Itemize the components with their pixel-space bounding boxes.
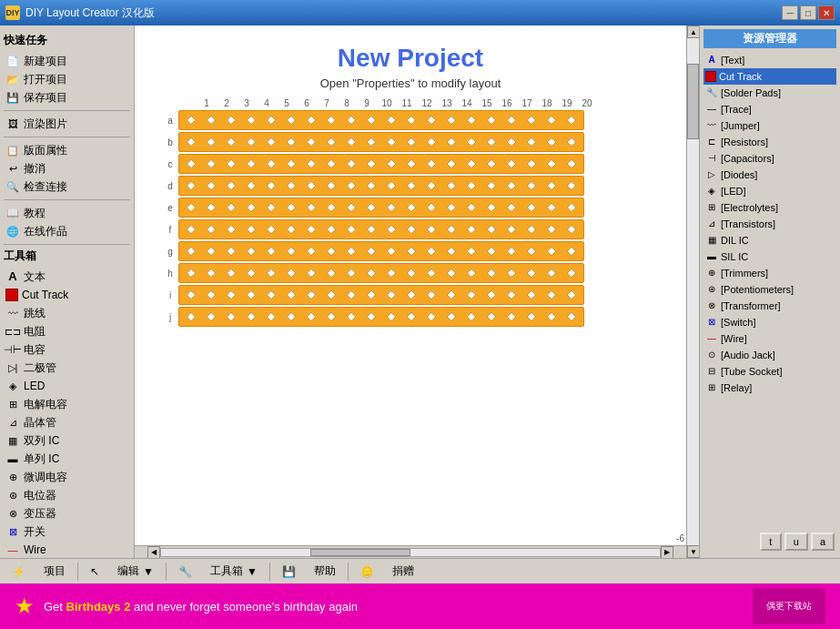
sidebar-item-diode[interactable]: ▷| 二极管 [4,359,130,377]
hole-g10[interactable] [361,243,381,259]
sidebar-item-wire[interactable]: — Wire [4,541,130,558]
hole-i18[interactable] [521,287,541,303]
hole-a4[interactable] [241,112,261,128]
close-button[interactable]: ✕ [818,5,835,20]
hole-i14[interactable] [441,287,461,303]
hole-f20[interactable] [562,221,582,238]
resource-item-diodes[interactable]: ▷ [Diodes] [703,167,836,183]
sidebar-item-switch[interactable]: ⊠ 开关 [4,522,130,541]
hole-a19[interactable] [541,112,562,128]
hole-j3[interactable] [221,309,241,325]
hole-j17[interactable] [501,309,521,325]
hole-a3[interactable] [221,112,241,128]
hole-e1[interactable] [181,199,201,216]
hole-j11[interactable] [381,309,401,325]
hole-j16[interactable] [481,309,501,325]
hole-i12[interactable] [401,287,421,303]
hole-j8[interactable] [321,309,341,325]
hole-g6[interactable] [281,243,301,259]
hole-b7[interactable] [301,134,321,150]
hole-b15[interactable] [461,134,481,150]
hole-c5[interactable] [261,156,281,172]
hole-g12[interactable] [401,243,421,259]
hole-c16[interactable] [481,156,501,172]
hole-i19[interactable] [541,287,562,303]
hole-j13[interactable] [421,309,441,325]
h-scroll-thumb[interactable] [310,549,410,556]
hole-a14[interactable] [441,112,461,128]
resource-item-led[interactable]: ◈ [LED] [703,183,836,199]
hole-b14[interactable] [441,134,461,150]
sidebar-item-electrolytic[interactable]: ⊞ 电解电容 [4,395,130,413]
hole-f7[interactable] [301,221,321,238]
hole-c18[interactable] [521,156,541,172]
hole-d2[interactable] [201,178,221,194]
hole-h10[interactable] [361,265,381,281]
hole-j18[interactable] [521,309,541,325]
minimize-button[interactable]: ─ [782,5,798,20]
hole-i8[interactable] [321,287,341,303]
v-scroll[interactable]: ▲ ▼ [686,25,699,558]
hole-d5[interactable] [261,178,281,194]
hole-h6[interactable] [281,265,301,281]
maximize-button[interactable]: □ [800,5,816,20]
track-row-c[interactable] [178,154,584,174]
hole-e2[interactable] [201,199,221,216]
hole-a6[interactable] [281,112,301,128]
hole-e11[interactable] [381,199,401,216]
hole-a18[interactable] [521,112,541,128]
h-scroll-track[interactable] [160,548,661,557]
hole-c8[interactable] [321,156,341,172]
menu-donate[interactable]: 捐赠 [384,561,422,582]
hole-f1[interactable] [181,221,201,238]
hole-e4[interactable] [241,199,261,216]
hole-j6[interactable] [281,309,301,325]
hole-f17[interactable] [501,221,521,238]
hole-e7[interactable] [301,199,321,216]
hole-b2[interactable] [201,134,221,150]
hole-i17[interactable] [501,287,521,303]
sidebar-item-tutorial[interactable]: 📖 教程 [4,204,130,222]
hole-f2[interactable] [201,221,221,238]
resource-item-dil-ic[interactable]: ▦ DIL IC [703,232,836,249]
hole-d14[interactable] [441,178,461,194]
hole-a2[interactable] [201,112,221,128]
hole-f16[interactable] [481,221,501,238]
hole-e20[interactable] [562,199,582,216]
hole-c14[interactable] [441,156,461,172]
track-row-a[interactable] [178,110,584,130]
hole-j19[interactable] [541,309,562,325]
hole-d7[interactable] [301,178,321,194]
hole-b3[interactable] [221,134,241,150]
hole-b18[interactable] [521,134,541,150]
track-row-d[interactable] [178,176,584,196]
resource-item-transformer[interactable]: ⊗ [Transformer] [703,298,836,314]
hole-a10[interactable] [361,112,381,128]
hole-b1[interactable] [181,134,201,150]
hole-c10[interactable] [361,156,381,172]
resource-item-capacitors[interactable]: ⊣ [Capacitors] [703,150,836,167]
hole-g2[interactable] [201,243,221,259]
resource-item-transistors[interactable]: ⊿ [Transistors] [703,216,836,232]
hole-f9[interactable] [341,221,361,238]
hole-h16[interactable] [481,265,501,281]
hole-a12[interactable] [401,112,421,128]
hole-f4[interactable] [241,221,261,238]
hole-d1[interactable] [181,178,201,194]
hole-e13[interactable] [421,199,441,216]
sidebar-item-new[interactable]: 📄 新建项目 [4,52,130,70]
hole-b4[interactable] [241,134,261,150]
hole-i2[interactable] [201,287,221,303]
hole-i1[interactable] [181,287,201,303]
menu-lightning[interactable]: ⚡ [4,563,34,581]
resource-item-potentiometers[interactable]: ⊛ [Potentiometers] [703,281,836,298]
hole-d6[interactable] [281,178,301,194]
hole-a9[interactable] [341,112,361,128]
hole-b20[interactable] [562,134,582,150]
resource-item-sil-ic[interactable]: ▬ SIL IC [703,249,836,265]
hole-g9[interactable] [341,243,361,259]
hole-h8[interactable] [321,265,341,281]
sidebar-item-save[interactable]: 💾 保存项目 [4,88,130,107]
hole-g15[interactable] [461,243,481,259]
hole-g13[interactable] [421,243,441,259]
